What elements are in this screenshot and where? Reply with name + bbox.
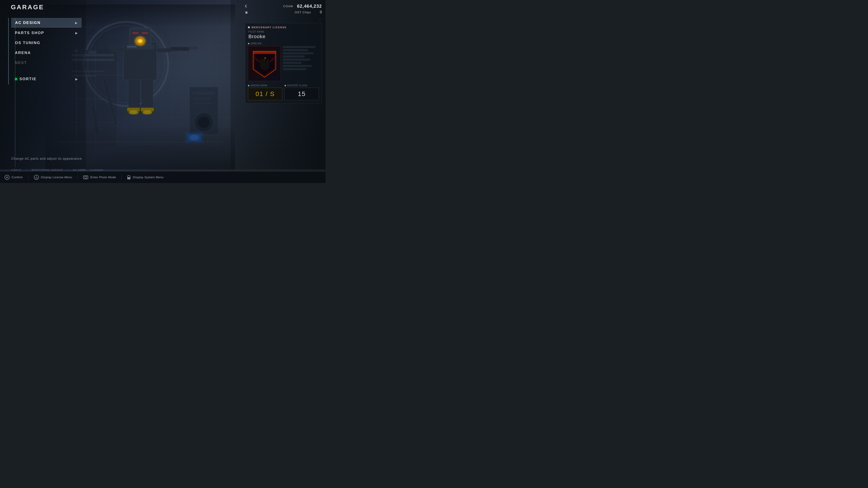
license-section: MERCENARY LICENSE PILOT NAME Brooke EMBL… xyxy=(245,23,322,103)
arena-rank-value: 01 / S xyxy=(255,90,275,98)
coam-row: € COAM 62,464,232 xyxy=(245,4,322,9)
main-menu: AC DESIGN ▶ PARTS SHOP ▶ OS TUNING ARENA… xyxy=(11,18,81,85)
menu-item-sortie-label: SORTIE xyxy=(20,77,75,81)
ac-name-separator-bracket: } xyxy=(67,168,68,171)
system-menu-icon xyxy=(127,175,131,180)
coam-label: COAM xyxy=(249,4,293,8)
coam-icon: € xyxy=(245,4,247,8)
emblem-area xyxy=(248,46,319,81)
hunter-class-label: HUNTER CLASS xyxy=(287,84,307,87)
emblem-label: EMBLEM xyxy=(248,42,319,45)
cam-info-bar: CAM 01 | MONITORING GARAGE } AC NAME : L… xyxy=(11,168,103,171)
bottom-action-bar: × :Confirm △ :Display License Menu :Ente… xyxy=(0,171,326,183)
bar-separator-3 xyxy=(121,175,122,180)
ost-icon: ▣ xyxy=(245,11,248,14)
pilot-name: Brooke xyxy=(248,34,319,39)
menu-item-parts-shop-label: PARTS SHOP xyxy=(15,31,75,35)
ac-name-colon: : xyxy=(88,168,89,171)
ac-name-section: AC NAME : Lockdown xyxy=(73,168,103,171)
license-header: MERCENARY LICENSE xyxy=(248,26,319,29)
arena-rank-label: ARENA RANK xyxy=(251,84,268,87)
menu-item-arena-label: ARENA xyxy=(15,51,78,55)
sidebar-item-parts-shop[interactable]: PARTS SHOP ▶ xyxy=(11,29,81,37)
menu-item-ac-design-arrow: ▶ xyxy=(75,21,78,25)
confirm-label: :Confirm xyxy=(11,175,23,179)
sidebar-item-nest: NEST xyxy=(11,58,81,67)
emblem-dot xyxy=(248,43,249,44)
license-menu-icon: △ xyxy=(34,175,39,180)
decorative-dots: ⋮ xyxy=(245,18,322,22)
emblem-side-stats xyxy=(283,46,319,81)
stat-line-7 xyxy=(283,65,312,67)
cam-monitoring-label: MONITORING GARAGE xyxy=(32,168,63,171)
hunter-class-wrapper: HUNTER CLASS 15 xyxy=(285,84,319,100)
emblem-svg xyxy=(251,49,278,78)
arena-rank-label-row: ARENA RANK xyxy=(248,84,282,87)
menu-description: Change AC parts and adjust its appearanc… xyxy=(11,157,83,160)
sidebar-item-arena[interactable]: ARENA xyxy=(11,48,81,57)
hunter-class-dot xyxy=(285,85,286,86)
menu-item-ac-design-label: AC DESIGN xyxy=(15,21,75,25)
system-menu-label: :Display System Menu xyxy=(132,175,163,179)
emblem-display xyxy=(248,46,281,81)
arena-rank-wrapper: ARENA RANK 01 / S xyxy=(248,84,282,100)
photo-mode-button[interactable]: :Enter Photo Mode xyxy=(83,175,116,179)
photo-mode-label: :Enter Photo Mode xyxy=(90,175,116,179)
ost-row: ▣ OST Chips 0 xyxy=(245,10,322,14)
menu-item-os-tuning-label: OS TUNING xyxy=(15,41,78,45)
menu-item-parts-shop-arrow: ▶ xyxy=(75,31,78,35)
license-menu-label: :Display License Menu xyxy=(40,175,72,179)
pilot-label: PILOT NAME xyxy=(248,31,319,33)
coam-value: 62,464,232 xyxy=(295,4,322,9)
hunter-class-label-row: HUNTER CLASS xyxy=(285,84,319,87)
confirm-button[interactable]: × :Confirm xyxy=(4,175,23,180)
right-panel: € COAM 62,464,232 ▣ OST Chips 0 ⋮ MERCEN… xyxy=(245,4,322,103)
arena-rank-box: 01 / S xyxy=(248,88,282,100)
stat-line-8 xyxy=(283,68,306,70)
system-menu-button[interactable]: :Display System Menu xyxy=(127,175,163,180)
svg-point-54 xyxy=(265,58,266,58)
svg-point-52 xyxy=(262,55,267,62)
stat-line-2 xyxy=(283,49,308,51)
stat-line-5 xyxy=(283,59,310,61)
hunter-class-box: 15 xyxy=(285,88,319,100)
rank-hunter-row: ARENA RANK 01 / S HUNTER CLASS 15 xyxy=(248,84,319,100)
ost-value: 0 xyxy=(313,10,322,14)
menu-left-bar xyxy=(8,18,9,85)
sortie-active-dot xyxy=(15,78,17,80)
cam-label: CAM 01 xyxy=(11,168,22,171)
ui-layer: GARAGE AC DESIGN ▶ PARTS SHOP ▶ OS TUNIN… xyxy=(0,0,326,183)
stat-line-1 xyxy=(283,46,315,48)
bar-separator-1 xyxy=(28,175,29,180)
confirm-icon: × xyxy=(4,175,9,180)
sidebar-item-os-tuning[interactable]: OS TUNING xyxy=(11,38,81,47)
photo-mode-icon xyxy=(83,175,88,179)
stat-line-6 xyxy=(283,62,301,64)
arena-rank-dot xyxy=(248,85,249,86)
sidebar-item-sortie[interactable]: SORTIE ▶ xyxy=(11,74,81,84)
cam-separator: | xyxy=(26,168,27,171)
license-header-dot xyxy=(248,26,250,28)
stat-line-4 xyxy=(283,56,305,57)
ac-name-label: AC NAME xyxy=(73,168,86,171)
menu-item-nest-label: NEST xyxy=(15,61,78,65)
license-menu-button[interactable]: △ :Display License Menu xyxy=(34,175,72,180)
hunter-class-value: 15 xyxy=(298,90,306,98)
bar-separator-2 xyxy=(78,175,78,180)
ost-label: OST Chips xyxy=(250,11,311,14)
page-title: GARAGE xyxy=(11,4,44,11)
sidebar-item-ac-design[interactable]: AC DESIGN ▶ xyxy=(11,18,81,28)
stat-line-3 xyxy=(283,53,313,54)
menu-item-sortie-arrow: ▶ xyxy=(75,77,78,81)
license-title: MERCENARY LICENSE xyxy=(252,26,287,29)
ac-name-value: Lockdown xyxy=(90,168,103,171)
